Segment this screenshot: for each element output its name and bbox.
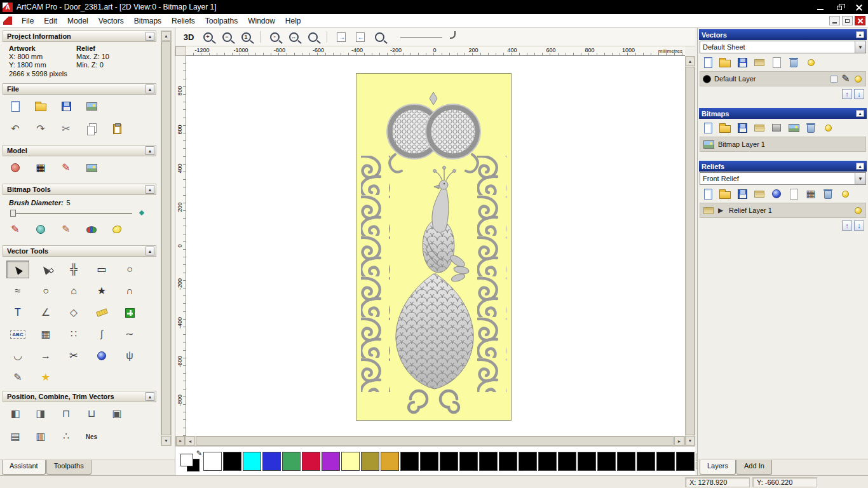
chevron-down-icon[interactable]: ▼ [855,41,865,53]
menu-toolpaths[interactable]: Toolpaths [200,15,243,27]
save-bitmap-layer-button[interactable] [736,121,749,134]
colour-swatch-7[interactable] [341,452,360,471]
create-text-button[interactable]: T [6,304,29,322]
bitmap-layer-thumb-button[interactable] [703,139,715,150]
magic-wand-button[interactable]: ★ [34,369,57,386]
colour-swatch-16[interactable] [519,452,537,471]
canvas-2d-view[interactable] [186,56,685,436]
merge-bitmap-layers-button[interactable] [753,121,766,134]
zoom-1-1-button[interactable]: 1 [238,29,254,44]
toggle-all-bitmap-visibility-button[interactable] [822,121,834,134]
create-arc-button[interactable]: ∩ [118,282,141,300]
relief-layer-thumb-button[interactable] [703,205,714,216]
canvas-scroll-left-button[interactable]: ◄ [185,437,195,445]
colour-swatch-10[interactable] [400,452,419,471]
menu-edit[interactable]: Edit [39,15,62,27]
delete-bitmap-layer-button[interactable] [804,121,817,134]
vector-layer-visibility-button[interactable] [853,73,863,85]
slider-handle[interactable] [10,210,16,217]
align-left-button[interactable]: ◧ [8,406,23,421]
interactive-trim-button[interactable] [90,347,113,365]
menu-bitmaps[interactable]: Bitmaps [129,15,166,27]
relief-layer-up-button[interactable]: ↑ [842,220,852,231]
open-bitmap-file-button[interactable] [719,121,731,134]
zoom-in-button[interactable]: + [200,29,216,44]
zoom-previous-button[interactable] [371,29,388,44]
toggle-snap-button[interactable] [829,73,839,85]
block-copy-button[interactable]: ▦ [34,325,57,343]
colour-swatch-4[interactable] [282,452,301,471]
relief-layer-row[interactable]: ▸ Relief Layer 1 [700,203,866,218]
layer-colour-swatch[interactable] [703,75,711,83]
menu-vectors[interactable]: Vectors [93,15,129,27]
menu-window[interactable]: Window [243,15,280,27]
colour-swatch-15[interactable] [499,452,517,471]
bitmap-to-vector-button[interactable] [787,121,800,134]
preview-slider-track[interactable] [400,37,442,37]
new-bitmap-layer-button[interactable] [702,121,714,134]
tab-assistant[interactable]: Assistant [2,460,46,475]
colour-swatch-23[interactable] [656,452,675,471]
offset-vectors-button[interactable]: ◇ [62,304,85,322]
canvas-vscroll-thumb[interactable] [686,67,695,435]
pan-view-left-button[interactable] [352,29,369,44]
canvas-hscroll-thumb[interactable] [196,437,674,445]
sheet-select[interactable]: Default Sheet ▼ [700,41,866,53]
rollup-vectors-button[interactable]: ▴ [856,31,864,38]
tab-toolpaths[interactable]: Toolpaths [46,460,92,475]
colour-swatch-12[interactable] [440,452,458,471]
merge-vector-layers-button[interactable] [753,56,766,69]
save-model-button[interactable] [58,98,74,114]
colour-swatch-0[interactable] [203,452,222,471]
collapse-project-information-button[interactable]: ▲ [146,32,154,41]
flood-fill-button[interactable] [33,222,48,237]
load-reference-bitmap-button[interactable] [84,160,99,175]
set-model-size-button[interactable] [8,160,23,175]
undo-button[interactable]: ↶ [8,121,23,137]
adjust-model-button[interactable]: ▦ [33,160,48,175]
vector-doctor-button[interactable]: ✎ [6,369,29,386]
relief-preview-button[interactable] [770,187,783,200]
bitmap-layer-row[interactable]: Bitmap Layer 1 [700,137,866,152]
close-button[interactable] [849,0,868,14]
colour-swatch-5[interactable] [302,452,320,471]
collapse-model-button[interactable]: ▲ [146,146,154,155]
open-model-button[interactable] [33,98,48,114]
new-vector-layer-button[interactable] [702,56,714,69]
open-vector-file-button[interactable] [719,56,731,69]
nesting-button[interactable]: Nes [84,429,99,444]
toggle-3d-view-button[interactable]: 3D [180,29,197,44]
zoom-box-button[interactable]: ▫ [266,29,283,44]
colour-swatch-9[interactable] [381,452,399,471]
measure-tool-button[interactable]: ∠ [34,304,57,322]
scroll-down-button[interactable]: ▼ [161,436,171,445]
colour-swatch-11[interactable] [420,452,438,471]
pan-view-right-button[interactable] [333,29,349,44]
colour-swatch-3[interactable] [262,452,281,471]
scroll-thumb[interactable] [161,41,171,435]
child-restore-button[interactable] [842,16,853,25]
delete-relief-layer-button[interactable] [822,187,834,200]
colour-swatch-24[interactable] [676,452,695,471]
chevron-down-icon[interactable]: ▼ [855,173,865,184]
collapse-vector-tools-button[interactable]: ▲ [146,247,154,255]
import-image-button[interactable] [84,98,99,114]
colour-swatch-13[interactable] [459,452,478,471]
child-minimize-button[interactable] [829,16,840,25]
create-bezier-button[interactable]: ∫ [90,325,113,343]
menu-file[interactable]: File [17,15,39,27]
collapse-file-button[interactable]: ▲ [146,85,154,93]
menu-model[interactable]: Model [62,15,93,27]
child-close-button[interactable] [855,16,865,25]
weld-vectors-button[interactable]: ∴ [58,429,74,444]
align-right-button[interactable]: ◨ [33,406,48,421]
ungroup-vectors-button[interactable]: ▥ [33,429,48,444]
edit-vector-layer-button[interactable]: ✎ [841,73,851,85]
paste-along-curve-button[interactable] [118,304,141,322]
greyscale-preview-button[interactable] [770,121,783,134]
colour-swatch-20[interactable] [597,452,616,471]
colour-swatch-18[interactable] [558,452,576,471]
colour-editor-swatch[interactable]: ✎ [180,451,202,471]
open-relief-file-button[interactable] [719,187,731,200]
colour-swatch-14[interactable] [479,452,498,471]
